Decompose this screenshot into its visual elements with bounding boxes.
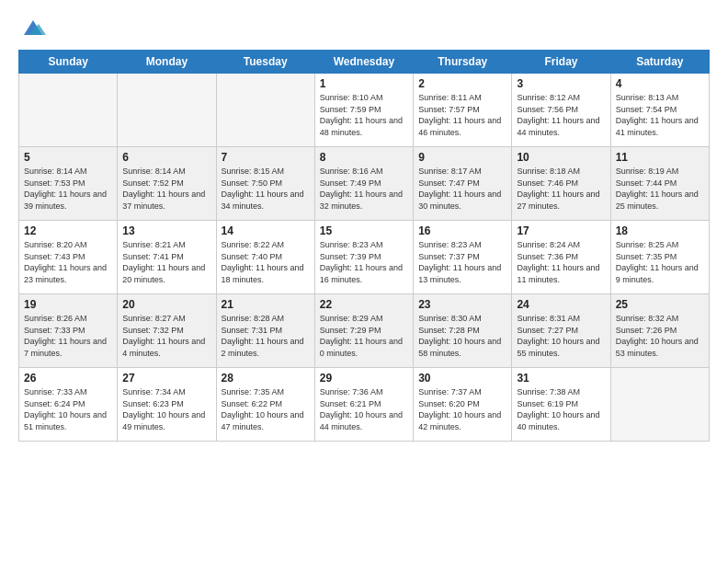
logo bbox=[18, 15, 46, 40]
day-info: Sunrise: 8:12 AM Sunset: 7:56 PM Dayligh… bbox=[517, 92, 605, 138]
day-number: 15 bbox=[320, 224, 408, 237]
calendar-cell: 3Sunrise: 8:12 AM Sunset: 7:56 PM Daylig… bbox=[512, 74, 610, 147]
calendar-cell: 17Sunrise: 8:24 AM Sunset: 7:36 PM Dayli… bbox=[512, 221, 610, 294]
day-info: Sunrise: 7:38 AM Sunset: 6:19 PM Dayligh… bbox=[517, 386, 605, 432]
calendar-cell: 14Sunrise: 8:22 AM Sunset: 7:40 PM Dayli… bbox=[216, 221, 314, 294]
day-number: 22 bbox=[320, 298, 408, 311]
calendar-cell bbox=[19, 74, 118, 147]
calendar-cell: 11Sunrise: 8:19 AM Sunset: 7:44 PM Dayli… bbox=[610, 147, 709, 221]
calendar-header-row: SundayMondayTuesdayWednesdayThursdayFrid… bbox=[19, 51, 710, 74]
day-number: 27 bbox=[122, 372, 210, 385]
day-info: Sunrise: 8:30 AM Sunset: 7:28 PM Dayligh… bbox=[418, 313, 506, 359]
calendar-header-friday: Friday bbox=[512, 51, 610, 74]
day-info: Sunrise: 8:23 AM Sunset: 7:39 PM Dayligh… bbox=[320, 239, 408, 285]
day-info: Sunrise: 7:37 AM Sunset: 6:20 PM Dayligh… bbox=[418, 386, 506, 432]
day-info: Sunrise: 8:24 AM Sunset: 7:36 PM Dayligh… bbox=[517, 239, 605, 285]
day-number: 21 bbox=[222, 298, 310, 311]
calendar-cell: 26Sunrise: 7:33 AM Sunset: 6:24 PM Dayli… bbox=[19, 368, 118, 442]
day-info: Sunrise: 8:14 AM Sunset: 7:53 PM Dayligh… bbox=[24, 166, 112, 212]
day-info: Sunrise: 8:22 AM Sunset: 7:40 PM Dayligh… bbox=[222, 239, 310, 285]
day-number: 7 bbox=[222, 151, 310, 164]
calendar-cell: 31Sunrise: 7:38 AM Sunset: 6:19 PM Dayli… bbox=[512, 368, 610, 442]
day-info: Sunrise: 7:33 AM Sunset: 6:24 PM Dayligh… bbox=[24, 386, 112, 432]
day-number: 19 bbox=[24, 298, 112, 311]
day-number: 3 bbox=[517, 77, 605, 90]
calendar-cell: 16Sunrise: 8:23 AM Sunset: 7:37 PM Dayli… bbox=[414, 221, 512, 294]
day-info: Sunrise: 8:28 AM Sunset: 7:31 PM Dayligh… bbox=[222, 313, 310, 359]
calendar-cell: 29Sunrise: 7:36 AM Sunset: 6:21 PM Dayli… bbox=[314, 368, 413, 442]
calendar-cell: 8Sunrise: 8:16 AM Sunset: 7:49 PM Daylig… bbox=[314, 147, 413, 221]
calendar-header-monday: Monday bbox=[118, 51, 216, 74]
day-info: Sunrise: 8:14 AM Sunset: 7:52 PM Dayligh… bbox=[122, 166, 210, 212]
calendar-cell: 4Sunrise: 8:13 AM Sunset: 7:54 PM Daylig… bbox=[610, 74, 709, 147]
day-info: Sunrise: 8:27 AM Sunset: 7:32 PM Dayligh… bbox=[122, 313, 210, 359]
calendar-page: SundayMondayTuesdayWednesdayThursdayFrid… bbox=[0, 0, 728, 563]
day-info: Sunrise: 7:35 AM Sunset: 6:22 PM Dayligh… bbox=[222, 386, 310, 432]
day-number: 13 bbox=[122, 224, 210, 237]
calendar-header-thursday: Thursday bbox=[414, 51, 512, 74]
day-number: 29 bbox=[320, 372, 408, 385]
calendar-week-row: 5Sunrise: 8:14 AM Sunset: 7:53 PM Daylig… bbox=[19, 147, 710, 221]
calendar-table: SundayMondayTuesdayWednesdayThursdayFrid… bbox=[18, 50, 710, 442]
day-number: 6 bbox=[122, 151, 210, 164]
day-number: 9 bbox=[418, 151, 506, 164]
calendar-cell: 18Sunrise: 8:25 AM Sunset: 7:35 PM Dayli… bbox=[610, 221, 709, 294]
calendar-week-row: 12Sunrise: 8:20 AM Sunset: 7:43 PM Dayli… bbox=[19, 221, 710, 294]
day-number: 23 bbox=[418, 298, 506, 311]
calendar-cell: 23Sunrise: 8:30 AM Sunset: 7:28 PM Dayli… bbox=[414, 294, 512, 368]
day-number: 26 bbox=[24, 372, 112, 385]
calendar-cell: 6Sunrise: 8:14 AM Sunset: 7:52 PM Daylig… bbox=[118, 147, 216, 221]
day-info: Sunrise: 8:21 AM Sunset: 7:41 PM Dayligh… bbox=[122, 239, 210, 285]
day-number: 10 bbox=[517, 151, 605, 164]
calendar-cell: 27Sunrise: 7:34 AM Sunset: 6:23 PM Dayli… bbox=[118, 368, 216, 442]
day-info: Sunrise: 8:19 AM Sunset: 7:44 PM Dayligh… bbox=[616, 166, 704, 212]
calendar-header-wednesday: Wednesday bbox=[314, 51, 413, 74]
day-info: Sunrise: 8:32 AM Sunset: 7:26 PM Dayligh… bbox=[616, 313, 704, 359]
calendar-cell: 2Sunrise: 8:11 AM Sunset: 7:57 PM Daylig… bbox=[414, 74, 512, 147]
calendar-cell: 30Sunrise: 7:37 AM Sunset: 6:20 PM Dayli… bbox=[414, 368, 512, 442]
calendar-week-row: 1Sunrise: 8:10 AM Sunset: 7:59 PM Daylig… bbox=[19, 74, 710, 147]
day-info: Sunrise: 8:29 AM Sunset: 7:29 PM Dayligh… bbox=[320, 313, 408, 359]
day-info: Sunrise: 8:17 AM Sunset: 7:47 PM Dayligh… bbox=[418, 166, 506, 212]
calendar-header-tuesday: Tuesday bbox=[216, 51, 314, 74]
day-number: 5 bbox=[24, 151, 112, 164]
day-number: 28 bbox=[222, 372, 310, 385]
calendar-cell: 24Sunrise: 8:31 AM Sunset: 7:27 PM Dayli… bbox=[512, 294, 610, 368]
day-number: 16 bbox=[418, 224, 506, 237]
day-info: Sunrise: 8:11 AM Sunset: 7:57 PM Dayligh… bbox=[418, 92, 506, 138]
day-info: Sunrise: 8:20 AM Sunset: 7:43 PM Dayligh… bbox=[24, 239, 112, 285]
calendar-cell bbox=[118, 74, 216, 147]
day-number: 24 bbox=[517, 298, 605, 311]
day-number: 20 bbox=[122, 298, 210, 311]
day-number: 8 bbox=[320, 151, 408, 164]
day-info: Sunrise: 8:18 AM Sunset: 7:46 PM Dayligh… bbox=[517, 166, 605, 212]
calendar-cell: 19Sunrise: 8:26 AM Sunset: 7:33 PM Dayli… bbox=[19, 294, 118, 368]
calendar-cell: 12Sunrise: 8:20 AM Sunset: 7:43 PM Dayli… bbox=[19, 221, 118, 294]
calendar-cell: 20Sunrise: 8:27 AM Sunset: 7:32 PM Dayli… bbox=[118, 294, 216, 368]
day-info: Sunrise: 8:15 AM Sunset: 7:50 PM Dayligh… bbox=[222, 166, 310, 212]
day-info: Sunrise: 8:10 AM Sunset: 7:59 PM Dayligh… bbox=[320, 92, 408, 138]
day-number: 12 bbox=[24, 224, 112, 237]
day-number: 17 bbox=[517, 224, 605, 237]
calendar-cell: 1Sunrise: 8:10 AM Sunset: 7:59 PM Daylig… bbox=[314, 74, 413, 147]
day-number: 11 bbox=[616, 151, 704, 164]
calendar-cell: 5Sunrise: 8:14 AM Sunset: 7:53 PM Daylig… bbox=[19, 147, 118, 221]
day-number: 18 bbox=[616, 224, 704, 237]
calendar-header-sunday: Sunday bbox=[19, 51, 118, 74]
calendar-cell bbox=[610, 368, 709, 442]
day-info: Sunrise: 7:34 AM Sunset: 6:23 PM Dayligh… bbox=[122, 386, 210, 432]
calendar-cell: 15Sunrise: 8:23 AM Sunset: 7:39 PM Dayli… bbox=[314, 221, 413, 294]
day-number: 4 bbox=[616, 77, 704, 90]
day-number: 30 bbox=[418, 372, 506, 385]
header bbox=[18, 15, 710, 40]
calendar-cell: 10Sunrise: 8:18 AM Sunset: 7:46 PM Dayli… bbox=[512, 147, 610, 221]
logo-icon bbox=[20, 15, 46, 40]
calendar-week-row: 26Sunrise: 7:33 AM Sunset: 6:24 PM Dayli… bbox=[19, 368, 710, 442]
day-info: Sunrise: 8:13 AM Sunset: 7:54 PM Dayligh… bbox=[616, 92, 704, 138]
calendar-header-saturday: Saturday bbox=[610, 51, 709, 74]
day-number: 14 bbox=[222, 224, 310, 237]
calendar-cell: 28Sunrise: 7:35 AM Sunset: 6:22 PM Dayli… bbox=[216, 368, 314, 442]
day-info: Sunrise: 8:26 AM Sunset: 7:33 PM Dayligh… bbox=[24, 313, 112, 359]
day-number: 2 bbox=[418, 77, 506, 90]
day-number: 25 bbox=[616, 298, 704, 311]
